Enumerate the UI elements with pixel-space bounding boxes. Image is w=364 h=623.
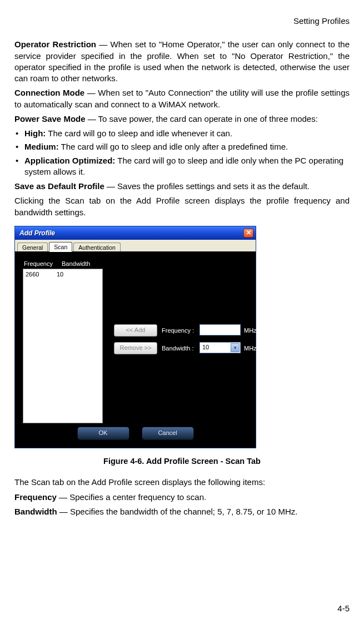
para-scan-desc: The Scan tab on the Add Profile screen d… (14, 477, 350, 488)
label-frequency: Frequency : (162, 327, 194, 335)
mode-term: Application Optimized: (24, 156, 115, 165)
unit-bandwidth: MHz (244, 344, 257, 353)
term-power-save: Power Save Mode (14, 114, 86, 123)
frequency-listbox[interactable]: 2660 10 (23, 269, 103, 423)
table-row[interactable]: 2660 10 (26, 270, 100, 279)
text-save-default: — Saves the profiles settings and sets i… (104, 181, 310, 191)
cell-frequency: 2660 (26, 270, 57, 279)
header-frequency: Frequency (24, 260, 62, 268)
list-headers: Frequency Bandwidth (24, 260, 90, 268)
cell-bandwidth: 10 (57, 270, 63, 279)
figure-add-profile: Add Profile ✕ General Scan Authenticatio… (14, 226, 350, 448)
term-op-restriction: Operator Restriction (14, 39, 96, 49)
scan-panel: Frequency Bandwidth 2660 10 << Add Remov… (15, 252, 256, 448)
add-button[interactable]: << Add (114, 324, 157, 337)
list-item: Application Optimized: The card will go … (14, 155, 350, 178)
header-bandwidth: Bandwidth (62, 260, 90, 268)
power-mode-list: High: The card will go to sleep and idle… (14, 128, 350, 177)
list-item: Medium: The card will go to sleep and id… (14, 141, 350, 152)
close-button[interactable]: ✕ (243, 229, 253, 238)
bandwidth-select[interactable]: 10 ▾ (200, 342, 241, 353)
text-bandwidth: — Specifies the bandwidth of the channel… (57, 507, 298, 516)
remove-button[interactable]: Remove >> (114, 342, 157, 354)
page-section-header: Setting Profiles (14, 16, 350, 27)
para-frequency: Frequency — Specifies a center frequency… (14, 492, 350, 503)
term-bandwidth: Bandwidth (14, 507, 57, 516)
term-frequency: Frequency (14, 492, 57, 502)
mode-term: High: (24, 128, 46, 138)
tab-general[interactable]: General (17, 243, 48, 251)
mode-term: Medium: (24, 142, 59, 151)
titlebar: Add Profile ✕ (15, 226, 256, 240)
para-bandwidth: Bandwidth — Specifies the bandwidth of t… (14, 506, 350, 517)
unit-frequency: MHz (244, 327, 257, 335)
frequency-input[interactable] (200, 324, 241, 335)
action-buttons: OK Cancel (15, 427, 256, 440)
para-scan-intro: Clicking the Scan tab on the Add Profile… (14, 195, 350, 218)
window-title: Add Profile (19, 229, 55, 238)
para-save-default: Save as Default Profile — Saves the prof… (14, 181, 350, 192)
bandwidth-value: 10 (202, 343, 209, 352)
figure-caption: Figure 4-6. Add Profile Screen - Scan Ta… (14, 456, 350, 467)
text-frequency: — Specifies a center frequency to scan. (57, 492, 206, 502)
tab-row: General Scan Authentication (15, 240, 256, 252)
term-save-default: Save as Default Profile (14, 181, 104, 191)
mode-text: The card will go to sleep and idle only … (59, 142, 288, 151)
tab-scan[interactable]: Scan (49, 242, 72, 252)
term-conn-mode: Connection Mode (14, 88, 84, 97)
text-power-save: — To save power, the card can operate in… (86, 114, 318, 123)
label-bandwidth: Bandwidth : (162, 344, 193, 353)
ok-button[interactable]: OK (77, 427, 129, 440)
para-connection-mode: Connection Mode — When set to "Auto Conn… (14, 87, 350, 110)
add-profile-window: Add Profile ✕ General Scan Authenticatio… (14, 226, 256, 448)
para-power-save: Power Save Mode — To save power, the car… (14, 113, 350, 125)
mode-text: The card will go to sleep and idle whene… (46, 128, 232, 138)
close-icon: ✕ (246, 229, 251, 237)
list-item: High: The card will go to sleep and idle… (14, 128, 350, 139)
tab-authentication[interactable]: Authentication (73, 243, 121, 251)
cancel-button[interactable]: Cancel (142, 427, 194, 440)
para-operator-restriction: Operator Restriction — When set to "Home… (14, 39, 350, 84)
chevron-down-icon: ▾ (231, 343, 240, 352)
page-number: 4-5 (337, 603, 350, 614)
